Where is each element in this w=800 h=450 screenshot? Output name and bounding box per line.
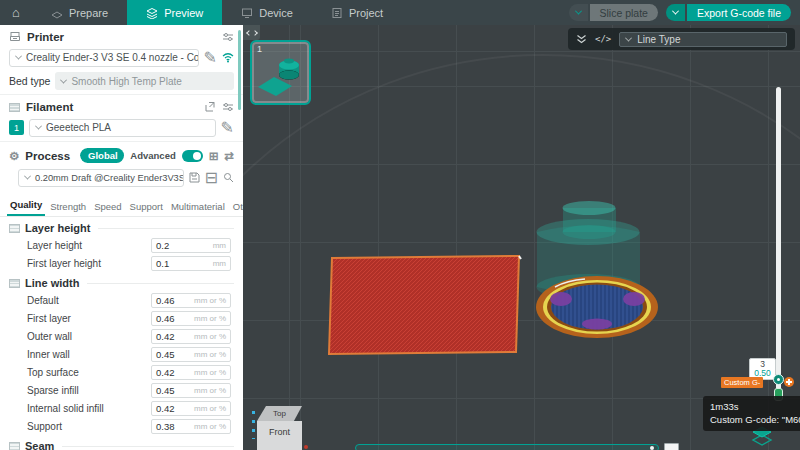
line-type-select[interactable]: Line Type: [619, 32, 787, 47]
project-file-icon: [331, 7, 343, 19]
export-dropdown-chevron-icon[interactable]: [666, 4, 685, 21]
printer-preset-row: Creality Ender-3 V3 SE 0.4 nozzle - Copy…: [0, 47, 243, 71]
sliced-slab-object[interactable]: [329, 256, 519, 354]
filament-export-icon[interactable]: [204, 101, 216, 113]
view-options-toolbar: </> Line Type: [568, 28, 795, 50]
nav-cube-front-face[interactable]: Front: [257, 421, 302, 450]
layer-height-input[interactable]: 0.2 mm: [151, 238, 231, 253]
param-label: Support: [27, 421, 151, 432]
filament-slot-badge[interactable]: 1: [9, 120, 24, 135]
tab-speed[interactable]: Speed: [91, 199, 124, 216]
tab-project[interactable]: Project: [312, 0, 402, 25]
section-title: Layer height: [25, 222, 90, 234]
bed-type-label: Bed type: [9, 75, 50, 87]
tab-device[interactable]: Device: [222, 0, 312, 25]
export-gcode-button[interactable]: Export G-code file: [666, 4, 791, 21]
line-width-support-input[interactable]: 0.38 mm or %: [151, 419, 231, 434]
tab-preview[interactable]: Preview: [127, 0, 222, 25]
top-bar: ⌂ Prepare Preview Device Project Slice p…: [0, 0, 800, 25]
delete-preset-icon[interactable]: ⊟: [205, 168, 218, 187]
printer-settings-tune-icon[interactable]: [222, 31, 234, 43]
move-slider[interactable]: [355, 444, 659, 450]
param-unit: mm or %: [194, 350, 226, 359]
sync-icon[interactable]: ⇄: [224, 149, 234, 163]
param-unit: mm or %: [194, 368, 226, 377]
bed-type-select[interactable]: Smooth High Temp Plate: [55, 72, 234, 90]
section-icon: [9, 224, 20, 233]
chevron-right-icon: [252, 30, 258, 36]
layer-slider-track[interactable]: [776, 87, 781, 390]
tab-multimaterial[interactable]: Multimaterial: [168, 199, 228, 216]
param-value: 0.46: [156, 313, 192, 324]
filament-preset-value: Geeetech PLA: [46, 122, 111, 133]
tab-strength[interactable]: Strength: [47, 199, 89, 216]
param-label: Default: [27, 295, 151, 306]
line-width-default-input[interactable]: 0.46 mm or %: [151, 293, 231, 308]
slice-plate-button[interactable]: Slice plate: [569, 4, 658, 21]
layer-slider-thumb[interactable]: [773, 374, 784, 385]
search-settings-icon[interactable]: [223, 172, 234, 183]
printer-preset-select[interactable]: Creality Ender-3 V3 SE 0.4 nozzle - Copy: [9, 49, 199, 67]
line-type-label: Line Type: [637, 34, 680, 45]
edit-filament-icon[interactable]: ✎: [221, 118, 234, 137]
param-unit: mm or %: [194, 404, 226, 413]
tab-support[interactable]: Support: [127, 199, 166, 216]
grid-compare-icon[interactable]: ⊞: [209, 149, 219, 163]
param-row: Inner wall 0.45 mm or %: [0, 345, 243, 363]
param-unit: mm or %: [194, 386, 226, 395]
double-chevron-icon[interactable]: [576, 33, 587, 45]
process-scope-toggle[interactable]: Global Objects: [80, 148, 124, 163]
line-width-outer-wall-input[interactable]: 0.42 mm or %: [151, 329, 231, 344]
scope-global[interactable]: Global: [80, 148, 124, 163]
param-value: 0.46: [156, 295, 192, 306]
tab-quality[interactable]: Quality: [7, 197, 45, 216]
bed-type-value: Smooth High Temp Plate: [71, 76, 181, 87]
process-preset-row: 0.20mm Draft @Creality Ender3V3SE 0.4 - …: [0, 167, 243, 191]
first-layer-height-input[interactable]: 0.1 mm: [151, 256, 231, 271]
advanced-toggle[interactable]: [182, 150, 203, 162]
param-label: Sparse infill: [27, 385, 151, 396]
line-width-section-header: Line width: [0, 272, 243, 291]
param-value: 0.45: [156, 385, 192, 396]
sidebar-scrollbar[interactable]: [238, 30, 241, 110]
save-preset-icon[interactable]: [189, 172, 200, 183]
printer-title: Printer: [27, 31, 64, 43]
collapse-panel-button[interactable]: [243, 25, 260, 40]
param-row: Default 0.46 mm or %: [0, 291, 243, 309]
tab-label: Prepare: [69, 7, 108, 19]
tab-others[interactable]: Others: [230, 199, 243, 216]
topbar-actions: Slice plate Export G-code file: [569, 4, 792, 21]
process-preset-select[interactable]: 0.20mm Draft @Creality Ender3V3SE 0.4 - …: [18, 169, 184, 187]
param-label: Layer height: [27, 240, 151, 251]
wifi-connection-icon[interactable]: [222, 52, 234, 63]
preview-viewport[interactable]: 1 </> Line Type 3 0.50 Custom G- 1m33s C…: [243, 25, 800, 450]
printer-preset-value: Creality Ender-3 V3 SE 0.4 nozzle - Copy: [26, 52, 199, 63]
filament-section-header: Filament: [0, 95, 243, 117]
line-width-internal-solid-input[interactable]: 0.42 mm or %: [151, 401, 231, 416]
custom-gcode-marker[interactable]: Custom G-: [721, 377, 763, 388]
filament-settings-tune-icon[interactable]: [222, 101, 234, 113]
param-label: Top surface: [27, 367, 151, 378]
line-width-first-layer-input[interactable]: 0.46 mm or %: [151, 311, 231, 326]
section-icon: [9, 442, 20, 450]
add-custom-gcode-icon[interactable]: [784, 377, 794, 387]
param-unit: mm or %: [194, 296, 226, 305]
slice-dropdown-chevron-icon[interactable]: [569, 4, 588, 21]
gcode-code-icon[interactable]: </>: [595, 34, 611, 44]
filament-preset-select[interactable]: Geeetech PLA: [29, 119, 216, 137]
line-width-inner-wall-input[interactable]: 0.45 mm or %: [151, 347, 231, 362]
home-icon[interactable]: ⌂: [0, 5, 32, 20]
move-slider-value-box[interactable]: [664, 443, 679, 450]
line-width-sparse-infill-input[interactable]: 0.45 mm or %: [151, 383, 231, 398]
param-label: Inner wall: [27, 349, 151, 360]
param-row: Support 0.38 mm or %: [0, 417, 243, 435]
plate-thumbnail-1[interactable]: 1: [250, 40, 311, 105]
layer-height-section-header: Layer height: [0, 217, 243, 236]
sliced-disk-object[interactable]: [536, 276, 658, 338]
tab-label: Device: [259, 7, 293, 19]
edit-printer-icon[interactable]: ✎: [204, 48, 217, 67]
line-width-top-surface-input[interactable]: 0.42 mm or %: [151, 365, 231, 380]
param-row: First layer height 0.1 mm: [0, 254, 243, 272]
tab-prepare[interactable]: Prepare: [32, 0, 127, 25]
chevron-down-icon: [35, 123, 42, 130]
